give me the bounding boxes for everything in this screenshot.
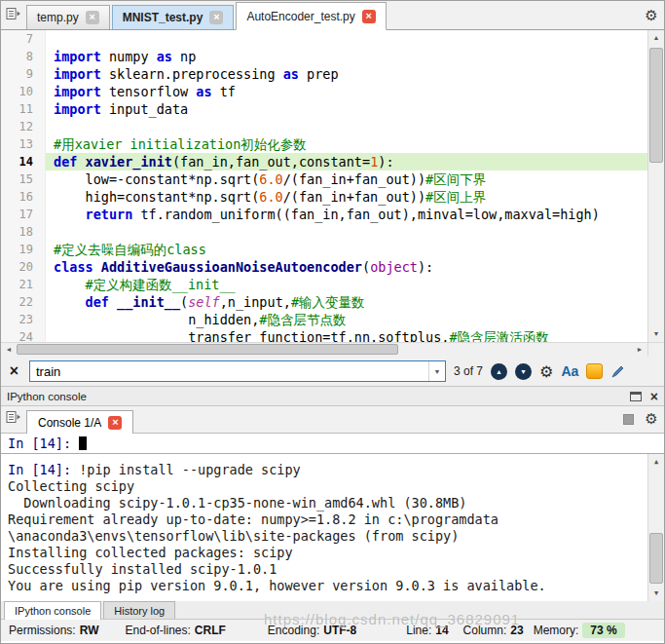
- editor-pane: 78import numpy as np9import sklearn.prep…: [1, 30, 664, 357]
- line-number: 11: [1, 100, 46, 118]
- tab-history-log[interactable]: History log: [103, 601, 175, 619]
- search-combobox[interactable]: ▼: [29, 360, 446, 382]
- console-line: \anaconda3\envs\tensorflow\lib\site-pack…: [8, 528, 647, 545]
- tab-label: IPython console: [15, 605, 91, 617]
- tab-mnist-test-py[interactable]: MNIST_test.py ×: [112, 5, 235, 29]
- code-line[interactable]: 9import sklearn.preprocessing as prep: [1, 65, 647, 83]
- tab-label: temp.py: [37, 11, 79, 24]
- close-tab-icon[interactable]: ×: [86, 11, 99, 24]
- scroll-thumb[interactable]: [17, 344, 398, 355]
- code-text: import input_data: [46, 100, 188, 118]
- close-tab-icon[interactable]: ×: [209, 11, 223, 24]
- tab-ipython-console[interactable]: IPython console: [4, 601, 101, 620]
- undock-pane-icon[interactable]: [630, 392, 642, 401]
- editor-tabs: temp.py × MNIST_test.py × AutoEncoder_te…: [26, 0, 639, 29]
- console-input-line[interactable]: In [14]:: [1, 434, 664, 453]
- code-line[interactable]: 19#定义去噪自编码的class: [1, 241, 647, 258]
- code-line[interactable]: 8import numpy as np: [1, 48, 647, 65]
- console-options-button[interactable]: ⚙: [639, 403, 664, 433]
- code-line[interactable]: 15 low=-constant*np.sqrt(6.0/(fan_in+fan…: [1, 170, 647, 188]
- code-text: #定义构建函数__init__: [46, 276, 236, 293]
- code-text: [46, 223, 54, 241]
- search-input[interactable]: [30, 364, 428, 379]
- line-number: 18: [1, 223, 46, 241]
- find-next-button[interactable]: ▼: [515, 363, 532, 380]
- console-line: Installing collected packages: scipy: [8, 545, 647, 561]
- console-scrollbar[interactable]: ▲ ▼: [647, 454, 664, 601]
- browse-tabs-button[interactable]: [1, 0, 26, 29]
- line-number: 12: [1, 118, 46, 135]
- find-previous-button[interactable]: ▲: [491, 363, 507, 380]
- line-number: 7: [1, 30, 46, 48]
- code-editor[interactable]: 78import numpy as np9import sklearn.prep…: [1, 30, 664, 342]
- status-line: Line:14: [406, 624, 448, 637]
- find-options-gear-icon[interactable]: ⚙: [539, 362, 553, 381]
- code-line[interactable]: 10import tensorflow as tf: [1, 83, 647, 100]
- code-line[interactable]: 23 n_hidden,#隐含层节点数: [1, 311, 647, 328]
- code-line[interactable]: 7: [1, 30, 647, 48]
- code-text: [46, 30, 54, 48]
- console-prompt: In [14]:: [8, 462, 79, 477]
- code-text: [46, 118, 54, 135]
- console-line: Collecting scipy: [8, 478, 647, 495]
- highlight-matches-icon[interactable]: [586, 363, 603, 379]
- console-browse-tabs-button[interactable]: [1, 403, 26, 433]
- code-line[interactable]: 22 def __init__(self,n_input,#输入变量数: [1, 293, 647, 311]
- interrupt-kernel-button[interactable]: [617, 405, 639, 433]
- scroll-thumb[interactable]: [649, 533, 663, 584]
- console-output[interactable]: In [14]: !pip install --upgrade scipyCol…: [1, 454, 647, 601]
- tab-autoencoder-test-py[interactable]: AutoEncoder_test.py ×: [236, 2, 386, 30]
- combo-dropdown-icon[interactable]: ▼: [428, 361, 445, 381]
- code-line[interactable]: 20class AdditiveGaussioanNoiseAutoencode…: [1, 258, 647, 276]
- code-line[interactable]: 21 #定义构建函数__init__: [1, 276, 647, 293]
- close-pane-icon[interactable]: ×: [650, 389, 658, 404]
- scroll-thumb[interactable]: [649, 48, 663, 163]
- line-number: 9: [1, 65, 46, 83]
- scroll-track[interactable]: [17, 343, 632, 357]
- status-memory: Memory:73 %: [534, 623, 625, 638]
- code-text: import sklearn.preprocessing as prep: [46, 65, 339, 83]
- code-text: class AdditiveGaussioanNoiseAutoencoder(…: [46, 258, 433, 276]
- match-case-toggle[interactable]: Aa: [561, 363, 578, 379]
- tab-label: Console 1/A: [38, 416, 101, 430]
- code-line[interactable]: 16 high=constant*np.sqrt(6.0/(fan_in+fan…: [1, 188, 647, 206]
- code-lines[interactable]: 78import numpy as np9import sklearn.prep…: [1, 30, 647, 342]
- tab-temp-py[interactable]: temp.py ×: [26, 5, 110, 29]
- code-line[interactable]: 13#用xavier initialization初始化参数: [1, 135, 647, 153]
- line-number: 21: [1, 276, 46, 293]
- editor-options-button[interactable]: ⚙: [639, 0, 664, 29]
- code-text: #用xavier initialization初始化参数: [46, 135, 307, 153]
- close-tab-icon[interactable]: ×: [362, 10, 376, 23]
- code-line[interactable]: 18: [1, 223, 647, 241]
- code-line[interactable]: 11import input_data: [1, 100, 647, 118]
- replace-toggle-icon[interactable]: [610, 364, 625, 379]
- line-number: 10: [1, 83, 46, 100]
- browse-tabs-icon: [6, 410, 21, 427]
- code-line[interactable]: 14def xavier_init(fan_in,fan_out,constan…: [1, 153, 647, 170]
- editor-horizontal-scrollbar[interactable]: ◄ ►: [1, 342, 664, 357]
- tab-label: MNIST_test.py: [123, 11, 203, 24]
- tab-label: History log: [114, 605, 165, 617]
- scroll-down-icon[interactable]: ▼: [648, 326, 664, 342]
- scroll-down-icon[interactable]: ▼: [648, 586, 664, 601]
- code-line[interactable]: 24 transfer_function=tf.nn.softplus,#隐含层…: [1, 328, 647, 342]
- status-eol: End-of-lines:CRLF: [125, 624, 225, 637]
- ipython-console[interactable]: In [14]: In [14]: !pip install --upgrade…: [1, 434, 664, 601]
- status-bar: Permissions:RW End-of-lines:CRLF Encodin…: [1, 620, 664, 641]
- code-line[interactable]: 17 return tf.random_uniform((fan_in,fan_…: [1, 206, 647, 223]
- tab-console-1a[interactable]: Console 1/A ×: [26, 410, 133, 434]
- close-find-icon[interactable]: ×: [7, 362, 21, 380]
- scroll-left-icon[interactable]: ◄: [1, 343, 17, 357]
- line-number: 23: [1, 311, 46, 328]
- code-text: #定义去噪自编码的class: [46, 241, 206, 258]
- close-tab-icon[interactable]: ×: [108, 416, 122, 430]
- scroll-up-icon[interactable]: ▲: [648, 30, 664, 46]
- match-count-label: 3 of 7: [454, 364, 483, 378]
- console-prompt: In [14]:: [8, 436, 79, 451]
- down-arrow-icon: ▼: [520, 368, 527, 375]
- scroll-right-icon[interactable]: ►: [632, 343, 647, 357]
- code-line[interactable]: 12: [1, 118, 647, 135]
- editor-vertical-scrollbar[interactable]: ▲ ▼: [647, 30, 664, 342]
- scroll-up-icon[interactable]: ▲: [648, 454, 664, 470]
- code-text: high=constant*np.sqrt(6.0/(fan_in+fan_ou…: [46, 188, 486, 206]
